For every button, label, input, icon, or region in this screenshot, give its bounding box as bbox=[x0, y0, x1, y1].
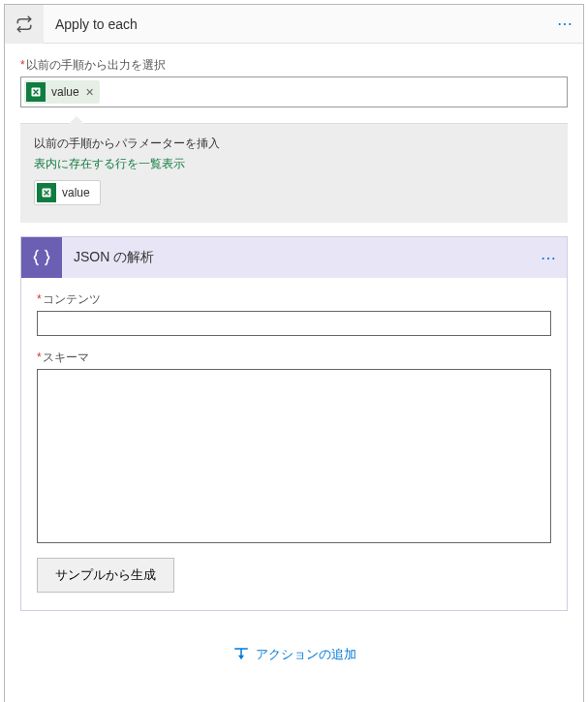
dynamic-content-title: 以前の手順からパラメーターを挿入 bbox=[34, 136, 554, 152]
schema-label: *スキーマ bbox=[37, 350, 551, 366]
excel-icon bbox=[26, 82, 46, 102]
apply-to-each-menu-button[interactable]: ⋯ bbox=[548, 15, 583, 33]
content-label: *コンテンツ bbox=[37, 291, 551, 308]
svg-marker-5 bbox=[238, 656, 244, 660]
parse-json-body: *コンテンツ *スキーマ サンプルから生成 bbox=[21, 278, 567, 610]
select-output-label: *以前の手順から出力を選択 bbox=[20, 57, 568, 74]
remove-token-button[interactable]: ✕ bbox=[85, 86, 94, 99]
dynamic-content-panel: 以前の手順からパラメーターを挿入 表内に存在する行を一覧表示 value bbox=[20, 123, 568, 223]
dynamic-content-subtitle: 表内に存在する行を一覧表示 bbox=[34, 156, 554, 172]
loop-icon bbox=[5, 5, 44, 44]
apply-to-each-card: Apply to each ⋯ *以前の手順から出力を選択 value ✕ 以前… bbox=[4, 4, 584, 702]
content-input[interactable] bbox=[37, 311, 551, 336]
parse-json-header[interactable]: JSON の解析 ⋯ bbox=[21, 237, 567, 278]
excel-icon bbox=[37, 183, 56, 202]
generate-from-sample-button[interactable]: サンプルから生成 bbox=[37, 558, 174, 593]
add-action-label: アクションの追加 bbox=[256, 646, 356, 663]
dynamic-content-option-value[interactable]: value bbox=[34, 180, 101, 205]
value-token-label: value bbox=[51, 85, 79, 99]
schema-input[interactable] bbox=[37, 369, 551, 543]
parse-json-title: JSON の解析 bbox=[62, 249, 532, 266]
add-step-icon bbox=[232, 646, 250, 663]
apply-to-each-body: *以前の手順から出力を選択 value ✕ 以前の手順からパラメーターを挿入 表… bbox=[5, 44, 583, 702]
add-action-button[interactable]: アクションの追加 bbox=[232, 646, 356, 663]
select-output-input[interactable]: value ✕ bbox=[20, 76, 568, 107]
value-token[interactable]: value ✕ bbox=[24, 80, 100, 104]
parse-json-menu-button[interactable]: ⋯ bbox=[532, 249, 567, 267]
apply-to-each-header[interactable]: Apply to each ⋯ bbox=[5, 5, 583, 44]
dynamic-content-option-label: value bbox=[62, 186, 90, 199]
json-icon bbox=[21, 237, 62, 278]
apply-to-each-title: Apply to each bbox=[44, 16, 548, 32]
add-action-row: アクションの追加 bbox=[20, 611, 568, 691]
parse-json-card: JSON の解析 ⋯ *コンテンツ *スキーマ サンプルから生成 bbox=[20, 236, 568, 611]
